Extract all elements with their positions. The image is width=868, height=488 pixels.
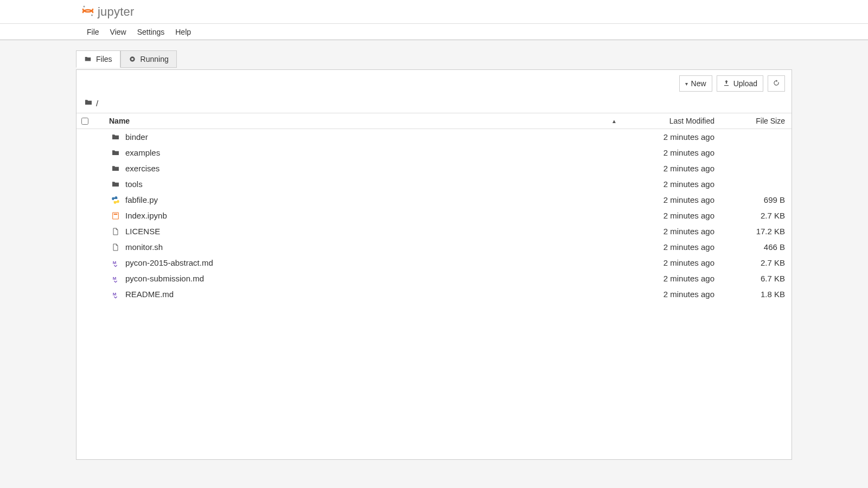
file-row[interactable]: Index.ipynb2 minutes ago2.7 KB	[76, 208, 792, 223]
jupyter-logo-text: jupyter	[98, 5, 134, 19]
file-modified: 2 minutes ago	[628, 242, 720, 252]
column-size-header[interactable]: File Size	[720, 117, 785, 125]
tab-files[interactable]: Files	[76, 50, 120, 68]
column-modified-header[interactable]: Last Modified	[628, 117, 720, 125]
file-modified: 2 minutes ago	[628, 179, 720, 189]
file-name: tools	[125, 179, 143, 189]
svg-point-1	[91, 14, 93, 16]
file-size: 1.8 KB	[720, 290, 785, 299]
file-size: 6.7 KB	[720, 274, 785, 283]
tab-strip: Files Running	[76, 50, 792, 69]
tab-running-label: Running	[141, 55, 169, 63]
running-icon	[129, 55, 136, 63]
svg-point-0	[83, 5, 85, 7]
upload-icon	[723, 79, 730, 88]
breadcrumb[interactable]: /	[76, 95, 792, 113]
svg-text:M: M	[113, 292, 117, 297]
top-bar: jupyter	[0, 0, 868, 24]
file-row[interactable]: exercises2 minutes ago	[76, 160, 792, 176]
folder-icon	[84, 98, 93, 108]
file-modified: 2 minutes ago	[628, 258, 720, 267]
file-row[interactable]: fabfile.py2 minutes ago699 B	[76, 192, 792, 208]
file-row[interactable]: Mpycon-submission.md2 minutes ago6.7 KB	[76, 271, 792, 286]
file-size: 17.2 KB	[720, 227, 785, 236]
refresh-icon	[773, 79, 780, 88]
svg-rect-4	[113, 213, 119, 219]
file-row[interactable]: monitor.sh2 minutes ago466 B	[76, 239, 792, 255]
file-name: README.md	[125, 290, 174, 299]
svg-rect-5	[114, 214, 118, 215]
file-modified: 2 minutes ago	[628, 290, 720, 299]
refresh-button[interactable]	[768, 75, 785, 92]
markdown-file-icon: M	[111, 274, 120, 283]
markdown-file-icon: M	[111, 259, 120, 267]
file-row[interactable]: binder2 minutes ago	[76, 129, 792, 145]
column-name-header[interactable]: Name	[93, 117, 130, 125]
file-name: examples	[125, 148, 160, 157]
sort-asc-icon[interactable]: ▲	[611, 118, 617, 124]
file-row[interactable]: LICENSE2 minutes ago17.2 KB	[76, 223, 792, 239]
upload-button[interactable]: Upload	[717, 75, 763, 92]
jupyter-logo-icon	[81, 4, 94, 19]
file-row[interactable]: examples2 minutes ago	[76, 145, 792, 160]
python-file-icon	[111, 196, 120, 204]
toolbar: ▾ New Upload	[76, 70, 792, 95]
menu-file[interactable]: File	[81, 25, 105, 39]
folder-icon	[111, 180, 120, 189]
upload-button-label: Upload	[733, 79, 757, 88]
file-size: 699 B	[720, 195, 785, 204]
file-modified: 2 minutes ago	[628, 227, 720, 236]
file-name: pycon-submission.md	[125, 274, 204, 283]
file-modified: 2 minutes ago	[628, 211, 720, 220]
svg-text:M: M	[113, 260, 117, 265]
file-size: 466 B	[720, 242, 785, 252]
jupyter-logo[interactable]: jupyter	[81, 4, 134, 19]
markdown-file-icon: M	[111, 290, 120, 299]
new-button-label: New	[691, 79, 706, 88]
select-all-checkbox[interactable]	[81, 118, 88, 125]
file-row[interactable]: MREADME.md2 minutes ago1.8 KB	[76, 286, 792, 302]
menu-view[interactable]: View	[105, 25, 132, 39]
file-name: pycon-2015-abstract.md	[125, 258, 213, 267]
file-name: exercises	[125, 164, 159, 173]
file-modified: 2 minutes ago	[628, 148, 720, 157]
file-icon	[111, 227, 120, 236]
menu-bar: File View Settings Help	[0, 24, 868, 40]
file-modified: 2 minutes ago	[628, 195, 720, 204]
folder-icon	[84, 55, 92, 63]
file-modified: 2 minutes ago	[628, 164, 720, 173]
file-name: fabfile.py	[125, 195, 158, 204]
notebook-file-icon	[111, 211, 120, 220]
file-icon	[111, 243, 120, 252]
file-name: monitor.sh	[125, 242, 163, 252]
file-size: 2.7 KB	[720, 258, 785, 267]
file-name: binder	[125, 132, 148, 142]
file-row[interactable]: Mpycon-2015-abstract.md2 minutes ago2.7 …	[76, 255, 792, 271]
file-modified: 2 minutes ago	[628, 274, 720, 283]
file-name: Index.ipynb	[125, 211, 167, 220]
folder-icon	[111, 133, 120, 142]
file-name: LICENSE	[125, 227, 160, 236]
folder-icon	[111, 164, 120, 173]
file-size: 2.7 KB	[720, 211, 785, 220]
svg-text:M: M	[113, 276, 117, 281]
tab-running[interactable]: Running	[120, 50, 177, 68]
svg-rect-3	[131, 58, 133, 60]
file-list-header: Name ▲ Last Modified File Size	[76, 113, 792, 129]
breadcrumb-path: /	[96, 99, 98, 108]
caret-down-icon: ▾	[685, 81, 688, 87]
file-row[interactable]: tools2 minutes ago	[76, 176, 792, 192]
folder-icon	[111, 149, 120, 157]
tab-files-label: Files	[96, 55, 112, 63]
menu-help[interactable]: Help	[170, 25, 196, 39]
file-browser-panel: ▾ New Upload	[76, 69, 792, 460]
menu-settings[interactable]: Settings	[132, 25, 170, 39]
new-button[interactable]: ▾ New	[679, 75, 712, 92]
file-modified: 2 minutes ago	[628, 132, 720, 142]
